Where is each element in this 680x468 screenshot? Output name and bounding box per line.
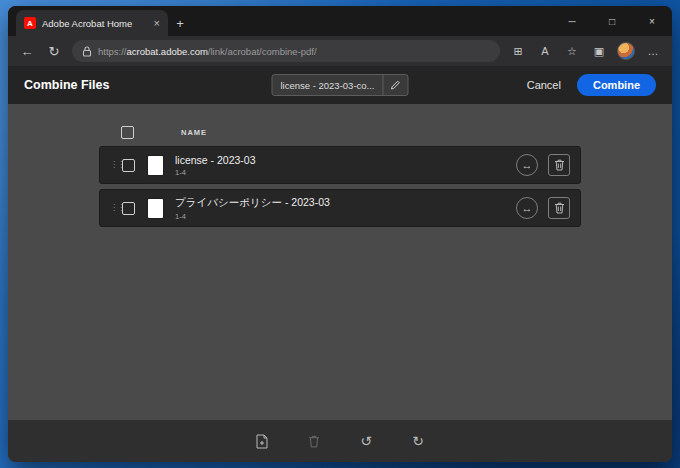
profile-avatar[interactable] — [617, 42, 635, 60]
minimize-button[interactable]: ─ — [552, 6, 592, 36]
page-title: Combine Files — [24, 78, 109, 92]
back-icon[interactable]: ← — [18, 44, 36, 59]
add-files-button[interactable] — [251, 430, 273, 452]
trash-icon — [554, 202, 565, 214]
name-column-header: NAME — [181, 128, 207, 137]
close-button[interactable]: × — [632, 6, 672, 36]
windows-desktop-wallpaper: A Adobe Acrobat Home × + ─ □ × ← ↻ https… — [0, 0, 680, 468]
table-header: NAME — [99, 118, 581, 146]
trash-icon — [308, 435, 320, 448]
combine-button[interactable]: Combine — [577, 74, 656, 96]
select-all-checkbox[interactable] — [121, 126, 134, 139]
header-actions: Cancel Combine — [527, 74, 656, 96]
output-filename-field[interactable]: license - 2023-03-co... — [272, 74, 409, 96]
delete-selected-button[interactable] — [303, 430, 325, 452]
file-row: ⋮⋮ license - 2023-03 1-4 ↔ — [99, 146, 581, 184]
file-list-area: NAME ⋮⋮ license - 2023-03 1-4 ↔ — [8, 104, 672, 420]
url-scheme: https:// — [98, 46, 127, 57]
drag-handle-icon[interactable]: ⋮⋮ — [110, 161, 120, 169]
file-thumbnail — [148, 199, 163, 218]
lock-icon[interactable] — [82, 46, 92, 57]
page-header: Combine Files license - 2023-03-co... Ca… — [8, 66, 672, 104]
refresh-icon[interactable]: ↻ — [45, 44, 63, 59]
file-name: プライバシーポリシー - 2023-03 — [175, 196, 330, 210]
browser-titlebar: A Adobe Acrobat Home × + ─ □ × — [8, 6, 672, 36]
delete-file-button[interactable] — [548, 197, 570, 219]
redo-icon: ↻ — [412, 433, 424, 449]
more-menu-icon[interactable]: … — [644, 45, 662, 57]
browser-window: A Adobe Acrobat Home × + ─ □ × ← ↻ https… — [8, 6, 672, 462]
window-controls: ─ □ × — [552, 6, 672, 36]
url-text: https://acrobat.adobe.com/link/acrobat/c… — [98, 46, 317, 57]
file-info: プライバシーポリシー - 2023-03 1-4 — [175, 196, 330, 221]
file-thumbnail — [148, 156, 163, 175]
undo-button[interactable]: ↺ — [355, 430, 377, 452]
expand-pages-icon[interactable]: ↔ — [516, 197, 538, 219]
collections-icon[interactable]: ▣ — [590, 45, 608, 58]
combine-files-page: Combine Files license - 2023-03-co... Ca… — [8, 66, 672, 462]
edit-filename-button[interactable] — [384, 75, 408, 95]
browser-tab[interactable]: A Adobe Acrobat Home × — [16, 10, 168, 36]
undo-icon: ↺ — [360, 433, 372, 449]
new-tab-button[interactable]: + — [168, 11, 192, 35]
browser-toolbar: ← ↻ https://acrobat.adobe.com/link/acrob… — [8, 36, 672, 66]
file-name: license - 2023-03 — [175, 154, 256, 166]
adobe-acrobat-favicon: A — [24, 17, 36, 29]
add-file-icon — [255, 434, 269, 449]
cancel-button[interactable]: Cancel — [527, 79, 561, 91]
favorite-star-icon[interactable]: ☆ — [563, 45, 581, 58]
trash-icon — [554, 159, 565, 171]
file-row: ⋮⋮ プライバシーポリシー - 2023-03 1-4 ↔ — [99, 189, 581, 227]
maximize-button[interactable]: □ — [592, 6, 632, 36]
url-domain: acrobat.adobe.com — [127, 46, 208, 57]
output-filename-value[interactable]: license - 2023-03-co... — [273, 80, 383, 91]
drag-handle-icon[interactable]: ⋮⋮ — [110, 204, 120, 212]
file-table: NAME ⋮⋮ license - 2023-03 1-4 ↔ — [99, 118, 581, 227]
tab-close-icon[interactable]: × — [154, 18, 160, 29]
delete-file-button[interactable] — [548, 154, 570, 176]
tab-title: Adobe Acrobat Home — [42, 18, 148, 29]
url-path: /link/acrobat/combine-pdf/ — [208, 46, 317, 57]
expand-pages-icon[interactable]: ↔ — [516, 154, 538, 176]
bottom-toolbar: ↺ ↻ — [8, 420, 672, 462]
file-info: license - 2023-03 1-4 — [175, 154, 256, 177]
split-screen-icon[interactable]: ⊞ — [509, 45, 527, 58]
file-page-range: 1-4 — [175, 212, 330, 221]
address-bar[interactable]: https://acrobat.adobe.com/link/acrobat/c… — [72, 40, 500, 62]
pencil-icon — [391, 80, 401, 90]
row-checkbox[interactable] — [122, 202, 135, 215]
read-aloud-icon[interactable]: A — [536, 45, 554, 57]
redo-button[interactable]: ↻ — [407, 430, 429, 452]
row-checkbox[interactable] — [122, 159, 135, 172]
file-page-range: 1-4 — [175, 168, 256, 177]
